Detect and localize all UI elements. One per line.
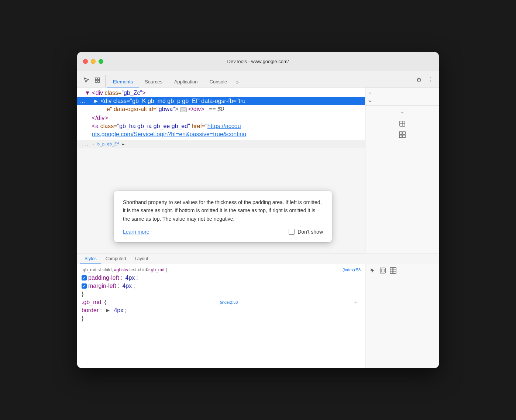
html-line[interactable]: nts.google.com/ServiceLogin?hl=en&passiv… [77, 130, 365, 138]
top-section: ▼ <div class="gb_Zc"> ... ► <div class="… [77, 87, 439, 254]
grid-icon[interactable] [389, 266, 397, 275]
right-side-panel: s » + [365, 87, 439, 254]
tab-elements[interactable]: Elements [107, 77, 139, 87]
tab-bar: Elements Sources Application Console » ⚙… [77, 71, 439, 87]
box-model-icon[interactable] [379, 266, 387, 275]
toolbar-icons [80, 75, 106, 87]
window-title: DevTools - www.google.com/ [227, 59, 289, 64]
tab-layout[interactable]: Layout [130, 254, 152, 264]
html-area: ▼ <div class="gb_Zc"> ... ► <div class="… [77, 87, 365, 140]
html-line[interactable]: <a class="gb_ha gb_ia gb_ee gb_ed" href=… [77, 122, 365, 130]
tab-styles[interactable]: Styles [80, 254, 101, 264]
css-selector-line: .gb_md:st-child, #gbstw:first-child>.gb_… [77, 266, 365, 274]
title-bar: DevTools - www.google.com/ [77, 52, 439, 71]
more-options-icon[interactable]: ⋮ [426, 75, 436, 85]
dont-show-label: Don't show [297, 229, 323, 235]
right-panel-toolbar: s [365, 89, 439, 97]
close-button[interactable] [83, 59, 88, 64]
tab-sources[interactable]: Sources [139, 77, 168, 87]
svg-rect-7 [399, 132, 402, 134]
tab-console[interactable]: Console [204, 77, 233, 87]
breadcrumb-bar: ... › b_p.gb_Ef ► [77, 140, 365, 148]
cursor-icon[interactable] [82, 75, 91, 85]
svg-rect-10 [403, 135, 405, 138]
border-expand-icon[interactable]: ► [105, 307, 111, 314]
dont-show-container: Don't show [289, 229, 323, 235]
tooltip-popup: Shorthand property to set values for the… [114, 191, 332, 242]
breadcrumb-item[interactable]: b_p.gb_Ef [97, 142, 120, 147]
css-close-brace-2: } [77, 314, 365, 323]
new-style-rule-icon[interactable] [368, 266, 376, 275]
color-picker-icon[interactable] [398, 120, 406, 128]
css-close-brace-1: } [77, 290, 365, 298]
maximize-button[interactable] [99, 59, 103, 64]
devtools-window: DevTools - www.google.com/ Elements [77, 52, 439, 368]
svg-rect-1 [98, 78, 100, 80]
file-ref-1[interactable]: (index):58 [343, 266, 361, 273]
add-property-button[interactable]: + [351, 299, 361, 306]
traffic-lights [83, 59, 103, 64]
dom-panel: ▼ <div class="gb_Zc"> ... ► <div class="… [77, 87, 365, 254]
svg-rect-2 [95, 80, 97, 82]
svg-rect-12 [381, 269, 384, 272]
bottom-content: .gb_md:st-child, #gbstw:first-child>.gb_… [77, 264, 439, 368]
css-rule-border: border : ► 4px ; [77, 306, 365, 314]
tab-more[interactable]: » [233, 77, 241, 87]
css-selector-line-2: .gb_md { (index):58 + [77, 298, 365, 306]
tooltip-description: Shorthand property to set values for the… [123, 198, 323, 223]
padding-checkbox[interactable] [82, 275, 87, 280]
learn-more-link[interactable]: Learn more [123, 229, 149, 235]
svg-rect-11 [380, 268, 385, 273]
margin-checkbox[interactable] [82, 283, 87, 289]
html-line[interactable]: e" data-ogsr-alt id="gbwa"> … </div> == … [77, 105, 365, 114]
svg-rect-13 [390, 268, 396, 273]
bottom-section: Styles Computed Layout .gb_md:st-child, … [77, 254, 439, 368]
bottom-tabs: Styles Computed Layout [77, 254, 439, 264]
html-line[interactable]: ▼ <div class="gb_Zc"> [77, 89, 365, 97]
styles-panel: .gb_md:st-child, #gbstw:first-child>.gb_… [77, 264, 365, 368]
panel-wrapper: ▼ <div class="gb_Zc"> ... ► <div class="… [77, 87, 439, 368]
right-more-icon[interactable]: » [368, 98, 371, 104]
minimize-button[interactable] [91, 59, 96, 64]
inspect-icon[interactable] [93, 75, 102, 85]
styles-right-tools [365, 264, 439, 277]
svg-rect-9 [399, 135, 402, 138]
tab-bar-right: ⚙ ⋮ [414, 75, 436, 87]
right-tools: + [365, 106, 439, 142]
styles-right-panel [365, 264, 439, 368]
tab-application[interactable]: Application [168, 77, 204, 87]
settings-icon[interactable]: ⚙ [414, 75, 424, 85]
panel-label: s [368, 90, 371, 95]
add-style-icon[interactable]: + [398, 109, 406, 117]
file-ref-2[interactable]: (index):58 [220, 299, 238, 306]
dont-show-checkbox[interactable] [289, 229, 295, 235]
css-rule-padding: padding-left : 4px ; [77, 274, 365, 282]
svg-rect-8 [403, 132, 405, 134]
ellipsis-button[interactable]: … [180, 107, 187, 112]
html-line[interactable]: </div> [77, 114, 365, 122]
svg-rect-0 [95, 78, 97, 80]
tab-computed[interactable]: Computed [101, 254, 130, 264]
svg-rect-3 [98, 80, 100, 82]
css-rule-margin: margin-left : 4px ; [77, 282, 365, 290]
right-panel-more: » [365, 97, 439, 105]
html-line-selected[interactable]: ... ► <div class="gb_K gb_md gb_p gb_Ef"… [77, 97, 365, 105]
tooltip-footer: Learn more Don't show [123, 229, 323, 235]
layout-icon[interactable] [398, 131, 406, 139]
